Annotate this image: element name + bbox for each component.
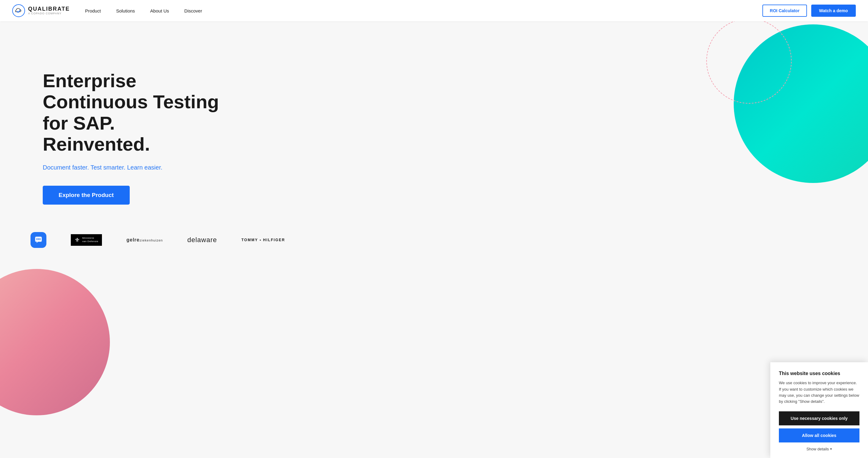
nav-links: Product Solutions About Us Discover — [85, 8, 763, 13]
tommy-hilfiger-logo: TOMMY ▪ HILFIGER — [241, 238, 285, 242]
roi-calculator-button[interactable]: ROI Calculator — [763, 5, 807, 17]
nav-item-solutions[interactable]: Solutions — [116, 8, 135, 13]
hero-content: Enterprise Continuous Testing for SAP. R… — [0, 21, 244, 223]
allow-all-cookies-button[interactable]: Allow all cookies — [779, 428, 860, 443]
hero-heading: Enterprise Continuous Testing for SAP. R… — [43, 70, 244, 155]
use-necessary-cookies-button[interactable]: Use necessary cookies only — [779, 411, 860, 425]
svg-point-2 — [36, 238, 37, 240]
hero-section: Enterprise Continuous Testing for SAP. R… — [0, 0, 868, 458]
hero-subtext: Document faster. Test smarter. Learn eas… — [43, 164, 244, 171]
svg-point-0 — [12, 5, 25, 17]
show-details-link[interactable]: Show details ▾ — [779, 447, 860, 451]
ministerie-logo: ⚜ Ministerievan Defensie — [71, 234, 102, 246]
logos-bar: ⚜ Ministerievan Defensie gelreziekenhuiz… — [0, 223, 868, 257]
explore-product-button[interactable]: Explore the Product — [43, 186, 130, 205]
logo-area[interactable]: QUALIBRATE A COPADO COMPANY — [12, 4, 70, 17]
logo-text: QUALIBRATE A COPADO COMPANY — [28, 6, 70, 15]
cookie-banner: This website uses cookies We use cookies… — [770, 362, 868, 458]
qualibrate-logo-icon — [12, 4, 25, 17]
cookie-description: We use cookies to improve your experienc… — [779, 380, 860, 405]
navbar: QUALIBRATE A COPADO COMPANY Product Solu… — [0, 0, 868, 21]
watch-demo-button[interactable]: Watch a demo — [811, 5, 856, 17]
delaware-logo: delaware — [187, 236, 217, 244]
cookie-title: This website uses cookies — [779, 371, 860, 376]
chatbot-icon — [31, 232, 46, 248]
nav-item-product[interactable]: Product — [85, 8, 101, 13]
chevron-down-icon: ▾ — [830, 447, 832, 451]
deco-dashed-circle — [706, 18, 792, 104]
nav-item-discover[interactable]: Discover — [184, 8, 202, 13]
nav-buttons: ROI Calculator Watch a demo — [763, 5, 856, 17]
nav-item-about[interactable]: About Us — [150, 8, 169, 13]
gelre-logo: gelreziekenhuizen — [126, 237, 163, 243]
svg-point-3 — [38, 238, 39, 240]
deco-pink-circle — [0, 269, 110, 415]
svg-point-4 — [39, 238, 40, 240]
